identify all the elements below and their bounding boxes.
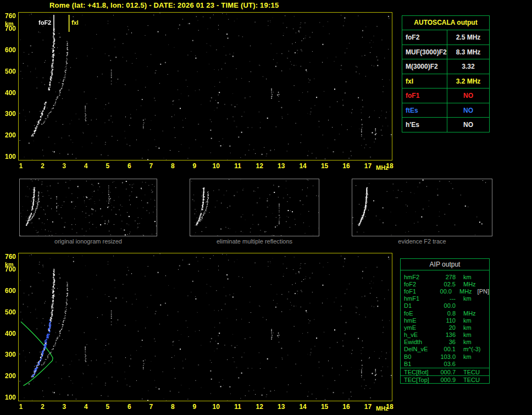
x-axis-tick-label: 2 (36, 403, 48, 411)
aip-row-value: 36 (434, 339, 456, 345)
x-axis-tick-label: 16 (340, 403, 352, 411)
aip-row-name: hmE (401, 317, 434, 324)
station-title: Rome (lat: +41.8, lon: 012.5) - DATE: 20… (49, 1, 279, 9)
x-axis-tick-label: 14 (297, 403, 309, 411)
x-axis-tick-label: 3 (58, 162, 70, 170)
aip-row-name: foE (401, 310, 434, 317)
aip-row-unit: km (456, 353, 472, 360)
foF2-marker-label: foF2 (38, 19, 51, 26)
x-axis-tick-label: 10 (210, 162, 222, 170)
y-axis-tick-label: 760 (2, 12, 16, 20)
aip-row-unit: km (456, 295, 472, 302)
aip-row: hmE110km (401, 317, 489, 324)
aip-row-name: Ewidth (401, 339, 434, 345)
aip-row: foF100.0MHz[PN] (401, 287, 489, 295)
aip-row-value: 03.6 (434, 361, 456, 367)
tec-row-unit: TECU (456, 377, 480, 383)
aip-row-value: 136 (434, 331, 456, 338)
x-axis-tick-label: 17 (362, 403, 374, 411)
aip-row-extra: [PN] (472, 288, 489, 295)
aip-row: B0103.0km (401, 353, 489, 360)
y-axis-tick-label: 400 (2, 89, 16, 97)
x-axis-tick-label: 1 (15, 403, 27, 411)
tec-row-value: 000.7 (434, 369, 456, 375)
aip-row-name: D1 (401, 302, 434, 309)
ionogram-plot-top: foF2 fxI (18, 12, 392, 161)
panel-evidence-f2-trace (352, 179, 492, 236)
fxI-marker-label: fxI (71, 19, 79, 26)
x-axis-tick-label: 5 (102, 403, 114, 411)
aip-row: h_vE136km (401, 331, 489, 339)
x-axis-tick-label: 15 (319, 162, 331, 170)
autoscala-row: fxI3.2 MHz (402, 74, 489, 88)
aip-table-body: hmF2278kmfoF202.5MHzfoF100.0MHz[PN]hmF1-… (401, 270, 489, 367)
aip-row-value: 110 (434, 317, 456, 324)
x-axis-tick-label: 6 (123, 403, 135, 411)
autoscala-row-value: 3.2 MHz (447, 74, 489, 88)
aip-row: B103.6 (401, 360, 489, 367)
x-unit-label-bottom: MHz (376, 405, 389, 412)
autoscala-row-value: NO (447, 88, 489, 103)
x-axis-tick-label: 12 (253, 403, 265, 411)
x-axis-tick-label: 8 (167, 162, 179, 170)
autoscala-row: MUF(3000)F28.3 MHz (402, 45, 489, 59)
y-axis-tick-label: 400 (2, 330, 16, 337)
aip-row-name: B1 (401, 361, 434, 367)
aip-row-value: 00.0 (431, 288, 452, 295)
x-axis-tick-label: 7 (145, 403, 157, 411)
aip-row-value: 103.0 (434, 353, 456, 360)
x-unit-label-top: MHz (376, 164, 389, 171)
x-axis-tick-label: 9 (189, 403, 201, 411)
y-unit-label-bottom: km (5, 261, 14, 268)
tec-row-name: TEC[Top] (401, 377, 434, 383)
autoscala-row-label: MUF(3000)F2 (402, 45, 447, 59)
tec-row: TEC[Top]000.9TECU (400, 375, 490, 384)
x-axis-tick-label: 4 (80, 162, 92, 170)
panel-caption-evidence: evidence F2 trace (352, 238, 492, 245)
autoscala-table-body: foF22.5 MHzMUF(3000)F28.3 MHzM(3000)F23.… (402, 30, 489, 132)
panel-caption-original: original ionogram resized (19, 238, 157, 245)
aip-table-header: AIP output (401, 259, 489, 270)
tec-row: TEC[Bot]000.7TECU (400, 368, 490, 376)
autoscala-row-value: 8.3 MHz (447, 45, 489, 59)
autoscala-row-label: h'Es (402, 118, 447, 132)
x-axis-tick-label: 15 (319, 403, 331, 411)
aip-row-unit: MHz (452, 288, 472, 295)
y-axis-tick-label: 500 (2, 68, 16, 75)
aip-row-unit: km (456, 274, 472, 280)
aip-row-unit: km (456, 317, 472, 324)
aip-row: hmF1---km (401, 295, 489, 302)
autoscala-row-value: NO (447, 118, 489, 132)
y-axis-tick-label: 300 (2, 351, 16, 358)
aip-row-unit: km (456, 331, 472, 338)
autoscala-row: foF22.5 MHz (402, 30, 489, 45)
y-axis-tick-label: 200 (2, 372, 16, 380)
y-axis-tick-label: 100 (2, 153, 16, 161)
aip-row-name: foF2 (401, 281, 434, 287)
aip-row-name: ymE (401, 324, 434, 331)
y-axis-tick-label: 600 (2, 287, 16, 295)
aip-row-unit: MHz (456, 310, 476, 317)
tec-row-unit: TECU (456, 369, 480, 375)
autoscala-row: foF1NO (402, 88, 489, 103)
x-axis-tick-label: 12 (253, 162, 265, 170)
panel-canvas-evidence (352, 179, 492, 236)
x-axis-tick-label: 5 (102, 162, 114, 170)
x-axis-tick-label: 4 (80, 403, 92, 411)
autoscala-row-label: ftEs (402, 103, 447, 118)
x-axis-tick-label: 7 (145, 162, 157, 170)
aip-row: Ewidth36km (401, 339, 489, 346)
aip-row-name: hmF1 (401, 295, 434, 302)
aip-row: ymE20km (401, 324, 489, 331)
x-axis-tick-label: 13 (275, 403, 287, 411)
x-axis-tick-label: 2 (36, 162, 48, 170)
aip-row-unit: m^(-3) (456, 346, 480, 352)
y-axis-tick-label: 100 (2, 394, 16, 401)
aip-row: foF202.5MHz (401, 280, 489, 287)
panel-canvas-eliminate (190, 179, 319, 236)
autoscala-row: h'EsNO (402, 117, 489, 132)
x-axis-tick-label: 6 (123, 162, 135, 170)
y-unit-label-top: km (5, 20, 14, 27)
aip-row-value: 20 (434, 324, 456, 331)
aip-row-name: h_vE (401, 331, 434, 338)
